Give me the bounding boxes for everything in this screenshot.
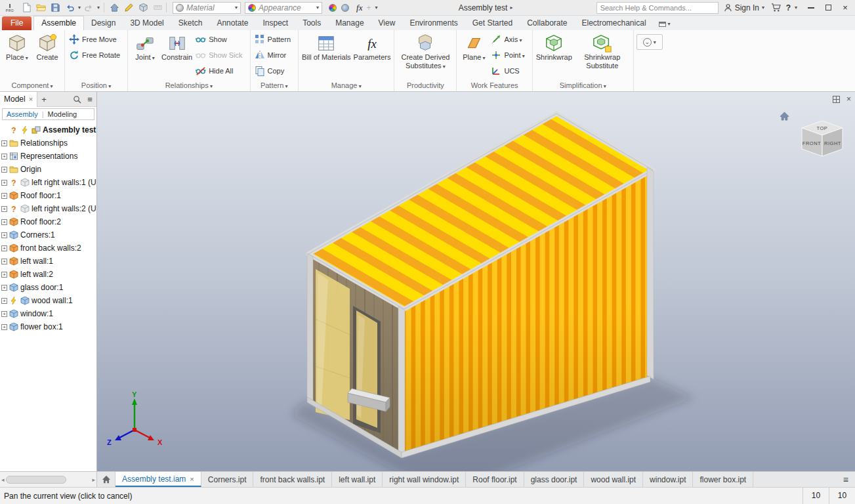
help-icon[interactable]: ? <box>782 2 795 14</box>
document-tab-flower-box-ipt[interactable]: flower box.ipt <box>693 472 753 487</box>
button-free-move[interactable]: Free Move <box>67 32 125 47</box>
sign-in-button[interactable]: Sign In ▾ <box>724 3 764 12</box>
material-combo[interactable]: Material ▾ <box>173 2 241 14</box>
scroll-right-icon[interactable]: ▸ <box>92 476 95 483</box>
ribbon-tab-inspect[interactable]: Inspect <box>255 16 295 30</box>
ribbon-tab-manage[interactable]: Manage <box>328 16 371 30</box>
measure-icon[interactable] <box>152 2 164 14</box>
expander-icon[interactable]: + <box>1 272 7 278</box>
document-tab-front-back-walls-ipt[interactable]: front back walls.ipt <box>253 472 332 487</box>
ribbon-tab-get-started[interactable]: Get Started <box>465 16 520 30</box>
button-parameters[interactable]: fxParameters <box>352 32 392 62</box>
expander-icon[interactable]: + <box>1 219 7 225</box>
parameters-quick-icon[interactable]: fx <box>356 3 362 13</box>
ribbon-display-toggle[interactable]: ▾ <box>654 21 676 30</box>
group-label-work-features[interactable]: Work Features <box>457 81 532 91</box>
sketch-icon[interactable] <box>123 2 135 14</box>
close-button[interactable]: × <box>837 1 854 14</box>
subtab-modeling[interactable]: Modeling <box>48 110 77 118</box>
clear-override-icon[interactable] <box>339 2 351 14</box>
expander-icon[interactable]: + <box>1 311 7 317</box>
button-show[interactable]: Show <box>194 32 247 47</box>
group-label-relationships[interactable]: Relationships ▾ <box>128 81 249 91</box>
add-quick-command-icon[interactable]: + <box>362 2 375 14</box>
3d-viewport[interactable]: × TOP FRONT RIGHT Y X Z <box>97 92 855 471</box>
title-dropdown-icon[interactable]: ▸ <box>510 5 512 10</box>
expander-icon[interactable]: + <box>1 180 7 186</box>
ribbon-tab-design[interactable]: Design <box>84 16 123 30</box>
tree-item-front-back-walls-2[interactable]: +front back walls:2 <box>1 242 96 255</box>
minimize-button[interactable] <box>803 1 820 14</box>
document-tab-window-ipt[interactable]: window.ipt <box>643 472 693 487</box>
expander-icon[interactable]: + <box>1 298 7 304</box>
expander-icon[interactable]: + <box>1 154 7 159</box>
add-browser-tab-button[interactable]: + <box>37 94 51 104</box>
iproperties-icon[interactable] <box>137 2 150 14</box>
group-label-position[interactable]: Position ▾ <box>65 81 127 91</box>
close-view-icon[interactable]: × <box>846 94 851 104</box>
ribbon-tab-annotate[interactable]: Annotate <box>209 16 255 30</box>
button-copy[interactable]: Copy <box>253 63 296 79</box>
ribbon-tab-sketch[interactable]: Sketch <box>171 16 210 30</box>
app-store-icon[interactable] <box>770 2 782 14</box>
expander-icon[interactable]: + <box>1 285 7 291</box>
expander-icon[interactable]: + <box>1 245 7 251</box>
redo-dropdown-icon[interactable]: ▾ <box>97 5 100 10</box>
new-document-icon[interactable] <box>20 2 33 14</box>
viewcube-home-icon[interactable] <box>780 112 789 123</box>
tree-item-wood-wall-1[interactable]: +wood wall:1 <box>1 294 96 307</box>
expander-icon[interactable]: + <box>1 232 7 238</box>
ribbon-tab-view[interactable]: View <box>371 16 403 30</box>
button-create[interactable]: Create <box>32 32 62 62</box>
ribbon-tab-file[interactable]: File <box>2 16 31 30</box>
document-tab-corners-ipt[interactable]: Corners.ipt <box>201 472 254 487</box>
adjust-appearance-icon[interactable] <box>326 2 339 14</box>
document-tab-wood-wall-ipt[interactable]: wood wall.ipt <box>584 472 643 487</box>
3d-scene-canvas[interactable] <box>97 92 855 471</box>
ribbon-tab-environments[interactable]: Environments <box>402 16 465 30</box>
button-shrinkwrap-substitute[interactable]: Shrinkwrap Substitute <box>573 32 631 70</box>
close-browser-tab-icon[interactable]: × <box>29 95 33 103</box>
browser-tab-model[interactable]: Model × <box>0 92 37 107</box>
ribbon-overflow-button[interactable]: ⌄▾ <box>636 34 663 50</box>
tree-item-corners-1[interactable]: +Corners:1 <box>1 228 96 242</box>
tree-item-flower-box-1[interactable]: +flower box:1 <box>1 320 96 333</box>
document-tab-roof-floor-ipt[interactable]: Roof floor.ipt <box>466 472 524 487</box>
ribbon-tab-tools[interactable]: Tools <box>295 16 328 30</box>
ribbon-tab-electromechanical[interactable]: Electromechanical <box>575 16 654 30</box>
undo-dropdown-icon[interactable]: ▾ <box>78 5 81 10</box>
button-mirror[interactable]: Mirror <box>253 47 296 63</box>
browser-horizontal-scrollbar[interactable]: ◂ ▸ <box>0 472 97 487</box>
expander-icon[interactable]: + <box>1 206 7 212</box>
tree-item-assembly-test-ia[interactable]: ?Assembly test.ia <box>1 123 96 136</box>
subtab-assembly[interactable]: Assembly <box>7 110 38 118</box>
expander-icon[interactable]: + <box>1 324 7 330</box>
tree-item-relationships[interactable]: +Relationships <box>1 136 96 150</box>
group-label-component[interactable]: Component ▾ <box>0 81 64 91</box>
expander-icon[interactable]: + <box>1 167 7 173</box>
button-constrain[interactable]: Constrain <box>160 32 194 62</box>
redo-icon[interactable] <box>83 2 95 14</box>
save-icon[interactable] <box>49 2 62 14</box>
split-view-icon[interactable] <box>833 96 840 103</box>
home-tab-button[interactable] <box>97 472 115 487</box>
undo-icon[interactable] <box>64 2 76 14</box>
ribbon-tab-3d-model[interactable]: 3D Model <box>123 16 171 30</box>
document-tab-assembly-test-iam[interactable]: Assembly test.iam× <box>115 472 201 487</box>
button-pattern[interactable]: Pattern <box>253 32 296 47</box>
tree-item-left-right-walls-1-u[interactable]: +?left right walls:1 (U <box>1 176 96 189</box>
tree-item-roof-floor-2[interactable]: +Roof floor:2 <box>1 215 96 228</box>
restore-button[interactable] <box>820 1 837 14</box>
view-cube[interactable]: TOP FRONT RIGHT <box>799 118 846 163</box>
group-label-simplification[interactable]: Simplification ▾ <box>533 81 633 91</box>
button-joint[interactable]: Joint ▾ <box>130 32 160 62</box>
tree-item-glass-door-1[interactable]: +glass door:1 <box>1 281 96 294</box>
app-logo[interactable]: IPRO <box>1 1 18 14</box>
document-tab-right-wall-window-ipt[interactable]: right wall window.ipt <box>383 472 466 487</box>
expander-icon[interactable]: + <box>1 193 7 199</box>
button-bill-of-materials[interactable]: Bill of Materials <box>301 32 352 62</box>
tree-item-representations[interactable]: +Representations <box>1 150 96 163</box>
tree-item-left-right-walls-2-u[interactable]: +?left right walls:2 (U <box>1 202 96 215</box>
button-axis[interactable]: Axis ▾ <box>489 32 530 47</box>
button-point[interactable]: Point ▾ <box>489 47 530 63</box>
